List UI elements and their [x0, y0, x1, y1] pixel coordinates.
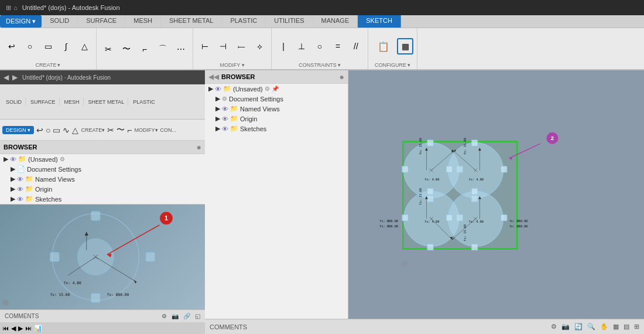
browser-item-docsettings[interactable]: ▶ 📄 Document Settings: [0, 164, 205, 174]
tool-constraint1[interactable]: |: [275, 38, 292, 54]
mini-design-btn[interactable]: DESIGN ▾: [2, 126, 34, 134]
rbrowser-item-namedviews[interactable]: ▶ 👁 📁 Named Views: [205, 104, 348, 114]
play-fwd-end[interactable]: ⏭: [25, 325, 32, 332]
play-back[interactable]: ◀: [11, 325, 16, 332]
rbrowser-item-sketches[interactable]: ▶ 👁 📁 Sketches: [205, 124, 348, 134]
tool-ellipsis[interactable]: ⋯: [173, 41, 189, 57]
tool-extend[interactable]: ⊣: [215, 38, 231, 54]
tool-fillet[interactable]: ⌒: [155, 41, 171, 57]
tool-triangle[interactable]: △: [76, 38, 93, 54]
tool-constraint4[interactable]: =: [330, 38, 346, 54]
tool-trim[interactable]: ⊢: [197, 38, 213, 54]
pan-icon[interactable]: ✋: [600, 323, 608, 330]
mini-tool-brk[interactable]: ⌐: [127, 125, 132, 135]
orbit-icon[interactable]: 🔄: [574, 323, 583, 330]
display-options[interactable]: ▤: [624, 323, 629, 330]
mini-plastic[interactable]: PLASTIC: [129, 98, 159, 106]
tool-constraint5[interactable]: //: [348, 38, 364, 54]
tool-constraint3[interactable]: ○: [311, 38, 328, 54]
grid-options[interactable]: ⊞: [634, 323, 639, 330]
rpin-unsaved[interactable]: 📌: [272, 86, 279, 92]
runsaved-label: (Unsaved): [233, 86, 263, 93]
tool-rect[interactable]: ▭: [40, 38, 56, 54]
mini-tool-spline[interactable]: ∿: [63, 125, 70, 135]
mini-tool-rect[interactable]: ▭: [53, 125, 60, 135]
tab-solid[interactable]: SOLID: [42, 15, 78, 28]
mini-tool-arc[interactable]: ↩: [36, 125, 43, 135]
svg-text:fx: 15.00: fx: 15.00: [50, 292, 70, 296]
tool-arc[interactable]: ↩: [4, 38, 20, 54]
reye-unsaved: 👁: [215, 86, 221, 93]
browser-item-namedviews[interactable]: ▶ 👁 📁 Named Views: [0, 174, 205, 184]
settings-icon-unsaved[interactable]: ⚙: [60, 156, 65, 162]
nav-icons: ⊞ ⌂: [6, 4, 18, 12]
nav-fwd[interactable]: ▶: [11, 73, 19, 82]
camera-icon-right[interactable]: 📷: [561, 323, 570, 330]
right-area: ◀◀ BROWSER ● ▶ 👁 📁 (Unsaved) ⚙ 📌: [205, 70, 644, 334]
tab-sheet-metal[interactable]: SHEET METAL: [161, 15, 222, 28]
tool-sketch-palette[interactable]: 📋: [372, 35, 395, 58]
svg-rect-2: [50, 253, 60, 262]
rfolder-origin: 📁: [230, 115, 238, 122]
rbrowser-back-icon[interactable]: ◀◀: [208, 73, 219, 81]
browser-item-origin[interactable]: ▶ 👁 📁 Origin: [0, 184, 205, 194]
tool-scissors[interactable]: ✂: [100, 41, 117, 57]
tool-spline[interactable]: ∫: [58, 38, 74, 54]
resize-icon-left[interactable]: ◱: [195, 313, 200, 319]
left-mini-tools: DESIGN ▾ ↩ ○ ▭ ∿ △ CREATE▾ ✂ 〜 ⌐ MODIFY▾…: [0, 120, 205, 141]
rbrowser-item-docsettings[interactable]: ▶ ⚙ Document Settings: [205, 94, 348, 104]
tool-circle[interactable]: ○: [22, 38, 38, 54]
rnamed-label: Named Views: [240, 105, 280, 113]
settings-icon-left[interactable]: ⚙: [162, 313, 167, 319]
tab-surface[interactable]: SURFACE: [78, 15, 125, 28]
view-options[interactable]: ▦: [613, 323, 619, 330]
left-cad-preview[interactable]: fx: 4.80 fx: 15.00 fx: 15.00 fx: 4.80 fx…: [0, 205, 205, 309]
rsettings-unsaved[interactable]: ⚙: [265, 86, 270, 92]
nav-back[interactable]: ◀: [2, 73, 10, 82]
constraints-tools: | ⊥ ○ = //: [275, 30, 364, 62]
right-browser-panel: ◀◀ BROWSER ● ▶ 👁 📁 (Unsaved) ⚙ 📌: [205, 70, 348, 319]
rdocs-label: Document Settings: [229, 96, 283, 103]
zoom-icon[interactable]: 🔍: [587, 323, 595, 330]
svg-rect-49: [427, 188, 434, 195]
viewport-controls-left[interactable]: ⊕: [2, 298, 9, 307]
title-bar: ⊞ ⌂ Untitled* (dorjs) - Autodesk Fusion: [0, 0, 644, 15]
play-fwd[interactable]: ▶: [18, 325, 23, 332]
add-button[interactable]: ⊕: [2, 298, 9, 307]
tool-configure2[interactable]: ▦: [397, 38, 413, 54]
browser-item-unsaved[interactable]: ▶ 👁 📁 (Unsaved) ⚙: [0, 154, 205, 164]
tool-break[interactable]: ⟝: [233, 38, 249, 54]
share-icon[interactable]: 🔗: [183, 313, 190, 319]
timeline-icon[interactable]: 📊: [34, 325, 42, 332]
browser-item-sketches[interactable]: ▶ 👁 📁 Sketches: [0, 194, 205, 204]
mini-tool-circ[interactable]: ○: [46, 125, 50, 135]
svg-marker-12: [85, 232, 88, 236]
browser-close-icon[interactable]: ●: [197, 142, 201, 152]
rbrowser-close-icon[interactable]: ●: [340, 72, 344, 81]
rbrowser-item-origin[interactable]: ▶ 👁 📁 Origin: [205, 114, 348, 124]
settings-icon-right[interactable]: ⚙: [551, 323, 557, 330]
mini-tool-tri[interactable]: △: [72, 125, 78, 135]
mini-tool-scissor[interactable]: ✂: [107, 125, 114, 135]
tab-mesh[interactable]: MESH: [125, 15, 161, 28]
camera-icon[interactable]: 📷: [172, 313, 179, 319]
tool-wave[interactable]: 〜: [118, 41, 135, 57]
tab-utilities[interactable]: UTILITIES: [266, 15, 313, 28]
nav-icon-home[interactable]: ⌂: [13, 4, 18, 12]
tool-constraint2[interactable]: ⊥: [293, 38, 310, 54]
mini-mesh[interactable]: MESH: [61, 98, 84, 106]
mini-sheet-metal[interactable]: SHEET METAL: [85, 98, 129, 106]
right-cad-area[interactable]: fx: Ø80.00 fx: Ø80.00 fx: 15.00 fx: 15.0…: [348, 70, 644, 319]
mini-solid[interactable]: SOLID: [2, 98, 26, 106]
nav-icon-grid[interactable]: ⊞: [6, 4, 11, 12]
rbrowser-item-unsaved[interactable]: ▶ 👁 📁 (Unsaved) ⚙ 📌: [205, 84, 348, 94]
play-back-start[interactable]: ⏮: [2, 325, 9, 332]
mini-surface[interactable]: SURFACE: [27, 98, 60, 106]
mini-tool-wave2[interactable]: 〜: [117, 125, 125, 135]
tab-plastic[interactable]: PLASTIC: [222, 15, 266, 28]
tab-sketch[interactable]: SKETCH: [358, 15, 401, 28]
tool-project[interactable]: ⟡: [251, 38, 268, 54]
tool-bracket[interactable]: ⌐: [136, 41, 153, 57]
design-button[interactable]: DESIGN ▾: [0, 15, 42, 28]
tab-manage[interactable]: MANAGE: [313, 15, 358, 28]
